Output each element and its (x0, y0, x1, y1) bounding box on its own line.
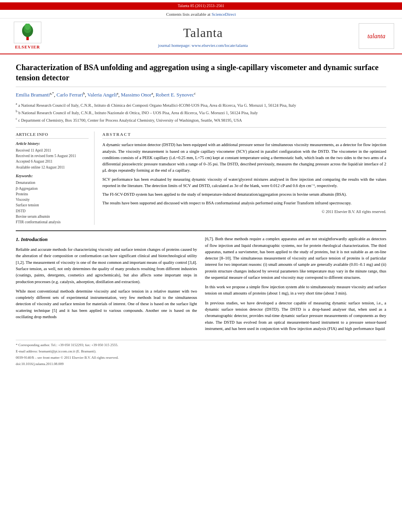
info-abstract-columns: ARTICLE INFO Article history: Received 1… (16, 127, 386, 225)
section-number: 1. (16, 236, 20, 242)
affiliations: a a National Research Council of Italy, … (16, 102, 386, 124)
article-info-heading: ARTICLE INFO (16, 132, 89, 139)
homepage-label: journal homepage: (158, 43, 191, 48)
history-label: Article history: (16, 141, 89, 147)
article-title: Characterization of BSA unfolding and ag… (16, 62, 386, 87)
talanta-logo-box: talanta (359, 23, 394, 49)
corresponding-author-note: * Corresponding author. Tel.: +39 050 31… (16, 343, 386, 348)
homepage-url[interactable]: www.elsevier.com/locate/talanta (192, 43, 248, 48)
elsevier-logo: ELSEVIER (8, 22, 47, 50)
author-synovec: Robert E. Synovec (156, 92, 194, 98)
body-left-column: 1. Introduction Reliable and accurate me… (16, 236, 197, 335)
sciencedirect-link[interactable]: ScienceDirect (211, 12, 236, 17)
section-title: Introduction (21, 236, 48, 242)
talanta-logo-text: talanta (367, 32, 385, 41)
authors-line: Emilia Bramantia,*, Carlo Ferrarib, Vale… (16, 91, 386, 99)
article-footer: * Corresponding author. Tel.: +39 050 31… (16, 340, 386, 367)
keywords-label: Keywords: (16, 173, 89, 179)
abstract-para-1: A dynamic surface tension detector (DSTD… (102, 142, 386, 174)
keyword-dstd: DSTD (16, 208, 89, 214)
intro-para-right-1: [6,7]. Both these methods require a comp… (205, 236, 387, 281)
main-body: 1. Introduction Reliable and accurate me… (16, 230, 386, 335)
journal-header: Talanta 85 (2011) 2553–2561 Contents lis… (0, 0, 402, 54)
sciencedirect-text: Contents lists available at (166, 12, 211, 17)
copyright-notice: © 2011 Elsevier B.V. All rights reserved… (102, 209, 386, 215)
elsevier-logo-box (14, 22, 41, 43)
abstract-para-2: SCV performance has been evaluated by me… (102, 176, 386, 189)
author-bramanti: Emilia Bramanti (16, 92, 50, 98)
affiliation-b: b b National Research Council of Italy, … (16, 109, 386, 116)
intro-para-2: While most conventional methods determin… (16, 288, 197, 320)
author-ferrari: Carlo Ferrari (57, 92, 83, 98)
author-angeli: Valeria Angeli (87, 92, 117, 98)
abstract-text: A dynamic surface tension detector (DSTD… (102, 142, 386, 206)
available-date: Available online 12 August 2011 (16, 165, 89, 170)
article-dates: Received 11 April 2011 Received in revis… (16, 148, 89, 170)
talanta-ref: Talanta 85 (2011) 2553–2561 (178, 4, 224, 8)
intro-heading: 1. Introduction (16, 236, 197, 243)
abstract-column: ABSTRACT A dynamic surface tension detec… (102, 132, 386, 225)
keyword-denaturation: Denaturation (16, 180, 89, 185)
intro-para-right-3: In previous studies, we have developed a… (205, 300, 387, 332)
issn-note: 0039-9140/$ – see front matter © 2011 El… (16, 355, 386, 360)
keyword-proteins: Proteins (16, 191, 89, 197)
intro-para-right-2: In this work we propose a simple flow in… (205, 284, 387, 297)
elsevier-tree-icon (18, 24, 37, 41)
affiliation-c: c c Department of Chemistry, Box 351700,… (16, 117, 386, 123)
received-revised-date: Received in revised form 5 August 2011 (16, 153, 89, 159)
keyword-ftir: FTIR conformational analysis (16, 219, 89, 225)
doi-note: doi:10.1016/j.talanta.2011.08.009 (16, 361, 386, 367)
keyword-beta-agg: β-Aggregation (16, 186, 89, 191)
intro-para-1: Reliable and accurate methods for charac… (16, 247, 197, 285)
intro-text-left: Reliable and accurate methods for charac… (16, 247, 197, 320)
journal-title-center: Talanta journal homepage: www.elsevier.c… (47, 24, 359, 49)
article-info-column: ARTICLE INFO Article history: Received 1… (16, 132, 94, 225)
talanta-ref-bar: Talanta 85 (2011) 2553–2561 (0, 2, 402, 10)
keyword-surface-tension: Surface tension (16, 202, 89, 208)
keyword-bsa: Bovine serum albumin (16, 214, 89, 219)
body-columns: 1. Introduction Reliable and accurate me… (16, 236, 386, 335)
abstract-heading: ABSTRACT (102, 132, 386, 139)
body-right-column: [6,7]. Both these methods require a comp… (205, 236, 387, 335)
keywords-list: Denaturation β-Aggregation Proteins Visc… (16, 180, 89, 225)
elsevier-text: ELSEVIER (15, 44, 40, 50)
journal-middle: ELSEVIER Talanta journal homepage: www.e… (0, 19, 402, 54)
email-note: E-mail address: bramanti@pi.iccom.cnr.it… (16, 349, 386, 354)
affiliation-a: a a National Research Council of Italy, … (16, 102, 386, 108)
intro-text-right: [6,7]. Both these methods require a comp… (205, 236, 387, 332)
accepted-date: Accepted 6 August 2011 (16, 159, 89, 164)
keyword-viscosity: Viscosity (16, 197, 89, 202)
received-date: Received 11 April 2011 (16, 148, 89, 153)
journal-title: Talanta (47, 24, 359, 42)
abstract-para-3: The FI-SCV-DSTD system has been applied … (102, 191, 386, 198)
article-container: Characterization of BSA unfolding and ag… (0, 54, 402, 376)
journal-homepage: journal homepage: www.elsevier.com/locat… (47, 43, 359, 49)
author-onor: Massimo Onor (121, 92, 152, 98)
abstract-para-4: The results have been supported and disc… (102, 200, 386, 206)
